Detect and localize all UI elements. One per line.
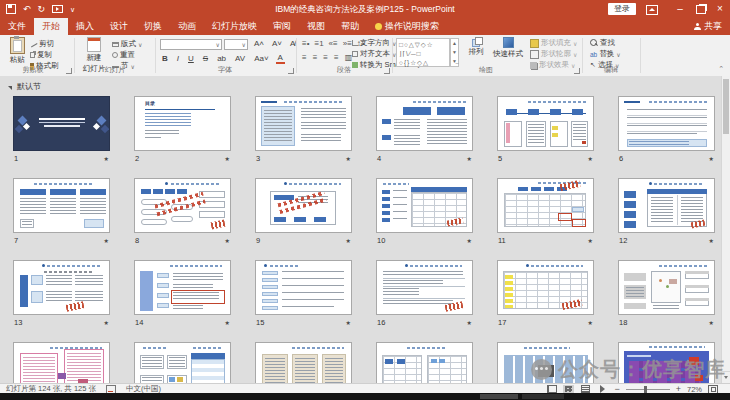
replace-button[interactable]: ab替换∨ (590, 49, 621, 59)
strikethrough-button[interactable]: S (201, 54, 210, 63)
restore-button[interactable] (696, 5, 706, 14)
quick-styles-button[interactable]: 快速样式 (490, 37, 526, 59)
slide-thumbnail[interactable]: 15★ (255, 260, 352, 329)
section-header[interactable]: 默认节 (8, 81, 41, 92)
align-center-button[interactable]: ≡ (313, 53, 318, 62)
zoom-slider[interactable] (626, 389, 670, 390)
paragraph-dialog-launcher[interactable] (384, 68, 390, 74)
shape-outline-button[interactable]: 形状轮廓∨ (530, 49, 577, 59)
share-button[interactable]: 共享 (694, 18, 722, 35)
font-name-combo[interactable] (160, 39, 222, 50)
find-button[interactable]: 查找 (590, 38, 615, 48)
slide-thumbnail[interactable]: 21★ (255, 342, 352, 383)
tab-help[interactable]: 帮助 (333, 18, 367, 35)
shrink-font-button[interactable]: A˅ (270, 39, 284, 48)
animation-star-icon: ★ (467, 237, 472, 244)
tab-transitions[interactable]: 切换 (136, 18, 170, 35)
ribbon-display-options-icon[interactable] (646, 5, 658, 15)
zoom-slider-knob[interactable] (644, 386, 647, 393)
tab-animations[interactable]: 动画 (170, 18, 204, 35)
tab-file[interactable]: 文件 (0, 18, 34, 35)
layout-button[interactable]: 版式∨ (112, 39, 142, 49)
shapes-gallery[interactable]: □○△▽◇☆ ⌋⌈\∕─□ ○{}☆◇△ (396, 38, 450, 67)
slide-thumbnail[interactable]: 7★ (13, 178, 110, 247)
slide-preview (618, 96, 715, 151)
drawing-dialog-launcher[interactable] (574, 68, 580, 74)
animation-star-icon: ★ (709, 237, 714, 244)
decrease-indent-button[interactable]: «≡ (329, 39, 338, 48)
align-text-button[interactable]: 对齐文本∨ (352, 49, 396, 59)
grow-font-button[interactable]: A˄ (252, 39, 266, 48)
font-dialog-launcher[interactable] (288, 68, 294, 74)
justify-button[interactable]: ≡ (334, 53, 339, 62)
increase-indent-button[interactable]: »≡ (343, 39, 352, 48)
slide-thumbnail[interactable]: 目录 2★ (134, 96, 231, 165)
change-case-button[interactable]: Aa˅ (252, 54, 270, 63)
tab-insert[interactable]: 插入 (68, 18, 102, 35)
animation-star-icon: ★ (104, 319, 109, 326)
animation-star-icon: ★ (104, 237, 109, 244)
font-size-combo[interactable] (224, 39, 248, 50)
slide-thumbnail[interactable]: 5★ (497, 96, 594, 165)
numbering-button[interactable]: ≡1 (314, 39, 323, 48)
text-shadow-button[interactable]: ab (215, 54, 228, 63)
shape-fill-button[interactable]: 形状填充∨ (530, 38, 577, 48)
slide-thumbnail[interactable]: 3★ (255, 96, 352, 165)
clipboard-dialog-launcher[interactable] (66, 68, 72, 74)
bullets-button[interactable]: ≡• (302, 39, 309, 48)
tab-slideshow[interactable]: 幻灯片放映 (204, 18, 265, 35)
slide-thumbnail[interactable]: 18★ (618, 260, 715, 329)
slide-thumbnail[interactable]: 6★ (618, 96, 715, 165)
tell-me-box[interactable]: 操作说明搜索 (367, 18, 447, 35)
shape-fill-label: 形状填充 (541, 38, 571, 48)
slide-preview (13, 96, 110, 151)
slide-preview (497, 260, 594, 315)
slide-thumbnail[interactable]: 20★ (134, 342, 231, 383)
tab-view[interactable]: 视图 (299, 18, 333, 35)
slide-thumbnail[interactable]: 14★ (134, 260, 231, 329)
slide-thumbnail[interactable]: 22★ (376, 342, 473, 383)
bold-button[interactable]: B (160, 54, 170, 63)
close-button[interactable]: × (710, 0, 730, 18)
minimize-button[interactable]: – (670, 0, 690, 18)
slide-thumbnail[interactable]: 13★ (13, 260, 110, 329)
slide-sorter: 默认节 1★ 目 (0, 76, 730, 383)
reset-button[interactable]: 重置 (112, 50, 135, 60)
slide-thumbnail[interactable]: 10★ (376, 178, 473, 247)
slide-thumbnail[interactable]: 4★ (376, 96, 473, 165)
slide-thumbnail[interactable]: 12★ (618, 178, 715, 247)
slide-thumbnail[interactable]: 17★ (497, 260, 594, 329)
italic-button[interactable]: I (175, 54, 181, 63)
slide-thumbnail[interactable]: 19★ (13, 342, 110, 383)
copy-button[interactable]: 复制 (30, 50, 52, 60)
text-direction-button[interactable]: 文字方向∨ (352, 38, 396, 48)
shapes-gallery-scroll[interactable]: ▲▼▼̲ (450, 38, 459, 67)
slide-number: 1 (14, 154, 18, 163)
align-left-button[interactable]: ≡ (302, 53, 307, 62)
font-color-button[interactable]: A (276, 53, 285, 64)
tab-review[interactable]: 审阅 (265, 18, 299, 35)
slide-thumbnail[interactable]: 9★ (255, 178, 352, 247)
underline-button[interactable]: U (186, 54, 196, 63)
animation-star-icon: ★ (225, 155, 230, 162)
collapse-ribbon-chevron-icon[interactable]: ⌃ (718, 65, 724, 73)
tab-home[interactable]: 开始 (34, 18, 68, 35)
slide-preview (376, 342, 473, 383)
shape-fill-icon (530, 39, 539, 48)
slide-thumbnail[interactable]: 1★ (13, 96, 110, 165)
slide-thumbnail[interactable]: 16★ (376, 260, 473, 329)
section-title: 默认节 (17, 81, 41, 92)
arrange-icon (472, 37, 481, 46)
paste-button[interactable]: 粘贴 (4, 37, 30, 65)
vertical-scrollbar[interactable] (721, 76, 730, 383)
scrollbar-thumb[interactable] (723, 79, 729, 134)
align-right-button[interactable]: ≡ (323, 53, 328, 62)
cut-button[interactable]: 剪切 (30, 39, 54, 49)
slide-thumbnail[interactable]: 8★ (134, 178, 231, 247)
char-spacing-button[interactable]: AV (233, 54, 247, 63)
sign-in-button[interactable]: 登录 (608, 3, 636, 15)
tab-design[interactable]: 设计 (102, 18, 136, 35)
layout-label: 版式 (121, 39, 136, 49)
arrange-button[interactable]: 排列 (464, 37, 488, 57)
slide-thumbnail[interactable]: 11★ (497, 178, 594, 247)
